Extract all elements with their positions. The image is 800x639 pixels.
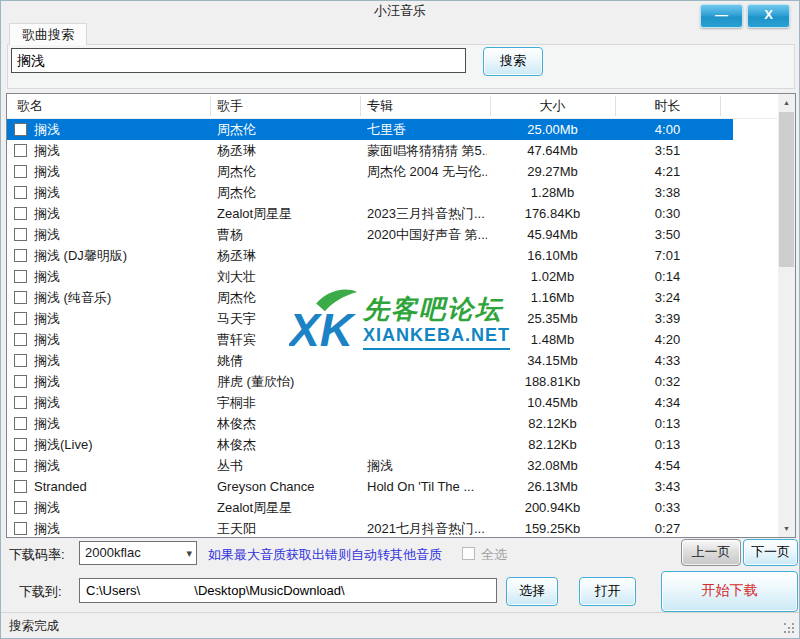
table-row[interactable]: 搁浅 曹轩宾 1.48Mb 4:20 — [7, 329, 778, 350]
cell-album: Hold On 'Til The ... — [367, 476, 487, 497]
cell-song-name: 搁浅 — [34, 455, 206, 476]
cell-artist: 杨丞琳 — [217, 245, 362, 266]
table-row[interactable]: 搁浅 王天阳 2021七月抖音热门... 159.25Kb 0:27 — [7, 518, 778, 537]
row-checkbox[interactable] — [14, 186, 27, 199]
cell-artist: 曹杨 — [217, 224, 362, 245]
bitrate-select[interactable]: 2000kflac ▾ — [79, 541, 197, 565]
cell-album — [367, 308, 487, 329]
column-header-artist[interactable]: 歌手 — [217, 94, 243, 118]
cell-song-name: 搁浅 — [34, 182, 206, 203]
row-checkbox[interactable] — [14, 480, 27, 493]
download-path-input[interactable] — [79, 578, 497, 603]
row-checkbox[interactable] — [14, 228, 27, 241]
row-checkbox[interactable] — [14, 312, 27, 325]
cell-album: 七里香 — [367, 119, 487, 140]
close-button[interactable]: X — [747, 4, 790, 28]
table-row[interactable]: 搁浅 曹杨 2020中国好声音 第... 45.94Mb 3:50 — [7, 224, 778, 245]
minimize-icon: — — [715, 7, 728, 22]
open-folder-button[interactable]: 打开 — [579, 577, 636, 606]
cell-album — [367, 371, 487, 392]
cell-album: 2021七月抖音热门... — [367, 518, 487, 537]
table-row[interactable]: 搁浅 胖虎 (董欣怡) 188.81Kb 0:32 — [7, 371, 778, 392]
scroll-up-icon[interactable]: ▲ — [778, 94, 795, 111]
column-header-duration[interactable]: 时长 — [615, 94, 720, 118]
choose-folder-button[interactable]: 选择 — [506, 577, 558, 606]
row-checkbox[interactable] — [14, 144, 27, 157]
previous-page-button[interactable]: 上一页 — [681, 539, 741, 566]
column-header-name[interactable]: 歌名 — [17, 94, 43, 118]
scroll-down-icon[interactable]: ▼ — [778, 520, 795, 537]
cell-artist: 杨丞琳 — [217, 140, 362, 161]
cell-size: 29.27Mb — [490, 161, 615, 182]
cell-duration: 4:33 — [615, 350, 720, 371]
cell-duration: 4:00 — [615, 119, 720, 140]
cell-artist: 丛书 — [217, 455, 362, 476]
select-all-checkbox[interactable] — [462, 547, 475, 560]
cell-artist: 周杰伦 — [217, 119, 362, 140]
row-checkbox[interactable] — [14, 333, 27, 346]
cell-duration: 4:21 — [615, 161, 720, 182]
table-row[interactable]: 搁浅 马天宇 25.35Mb 3:39 — [7, 308, 778, 329]
column-header-album[interactable]: 专辑 — [367, 94, 393, 118]
column-header-size[interactable]: 大小 — [490, 94, 615, 118]
cell-duration: 4:54 — [615, 455, 720, 476]
row-checkbox[interactable] — [14, 459, 27, 472]
cell-artist: 曹轩宾 — [217, 329, 362, 350]
row-checkbox[interactable] — [14, 270, 27, 283]
download-path-label: 下载到: — [19, 583, 62, 601]
row-checkbox[interactable] — [14, 165, 27, 178]
row-checkbox[interactable] — [14, 522, 27, 535]
cell-artist: Zealot周星星 — [217, 203, 362, 224]
table-row[interactable]: 搁浅 周杰伦 七里香 25.00Mb 4:00 — [7, 119, 733, 140]
row-checkbox[interactable] — [14, 249, 27, 262]
header-separator — [490, 96, 491, 116]
row-checkbox[interactable] — [14, 354, 27, 367]
row-checkbox[interactable] — [14, 207, 27, 220]
table-row[interactable]: 搁浅 (纯音乐) 周杰伦 1.16Mb 3:24 — [7, 287, 778, 308]
table-row[interactable]: 搁浅 Zealot周星星 200.94Kb 0:33 — [7, 497, 778, 518]
row-checkbox[interactable] — [14, 375, 27, 388]
table-row[interactable]: 搁浅 刘大壮 1.02Mb 0:14 — [7, 266, 778, 287]
table-row[interactable]: 搁浅 宇桐非 10.45Mb 4:34 — [7, 392, 778, 413]
table-row[interactable]: 搁浅 周杰伦 周杰伦 2004 无与伦... 29.27Mb 4:21 — [7, 161, 778, 182]
cell-artist: 宇桐非 — [217, 392, 362, 413]
cell-artist: 周杰伦 — [217, 161, 362, 182]
table-row[interactable]: 搁浅 周杰伦 1.28Mb 3:38 — [7, 182, 778, 203]
app-window: { "window": { "title": "小汪音乐" }, "icons"… — [0, 0, 800, 639]
cell-album — [367, 350, 487, 371]
cell-artist: 林俊杰 — [217, 413, 362, 434]
resize-grip[interactable] — [784, 623, 794, 633]
cell-album — [367, 434, 487, 455]
start-download-button[interactable]: 开始下载 — [661, 571, 798, 612]
vertical-scrollbar[interactable]: ▲ ▼ — [778, 94, 795, 537]
cell-size: 1.48Mb — [490, 329, 615, 350]
row-checkbox[interactable] — [14, 501, 27, 514]
table-row[interactable]: 搁浅 姚倩 34.15Mb 4:33 — [7, 350, 778, 371]
tab-song-search[interactable]: 歌曲搜索 — [9, 23, 87, 45]
row-checkbox[interactable] — [14, 396, 27, 409]
quality-hint-text: 如果最大音质获取出错则自动转其他音质 — [208, 546, 442, 564]
table-row[interactable]: 搁浅 林俊杰 82.12Kb 0:13 — [7, 413, 778, 434]
row-checkbox[interactable] — [14, 123, 27, 136]
minimize-button[interactable]: — — [700, 4, 743, 28]
table-row[interactable]: Stranded Greyson Chance Hold On 'Til The… — [7, 476, 778, 497]
row-checkbox[interactable] — [14, 417, 27, 430]
search-input[interactable] — [11, 48, 466, 73]
table-row[interactable]: 搁浅 丛书 搁浅 32.08Mb 4:54 — [7, 455, 778, 476]
cell-duration: 3:50 — [615, 224, 720, 245]
cell-song-name: 搁浅 — [34, 203, 206, 224]
next-page-button[interactable]: 下一页 — [743, 539, 798, 566]
table-row[interactable]: 搁浅 杨丞琳 蒙面唱将猜猜猜 第5... 47.64Mb 3:51 — [7, 140, 778, 161]
cell-album — [367, 182, 487, 203]
table-row[interactable]: 搁浅 Zealot周星星 2023三月抖音热门... 176.84Kb 0:30 — [7, 203, 778, 224]
table-row[interactable]: 搁浅 (DJ馨明版) 杨丞琳 16.10Mb 7:01 — [7, 245, 778, 266]
row-checkbox[interactable] — [14, 291, 27, 304]
cell-size: 34.15Mb — [490, 350, 615, 371]
search-button[interactable]: 搜索 — [483, 47, 543, 76]
select-all-label: 全选 — [481, 546, 507, 564]
scrollbar-thumb[interactable] — [779, 112, 794, 267]
table-row[interactable]: 搁浅(Live) 林俊杰 82.12Kb 0:13 — [7, 434, 778, 455]
cell-album — [367, 287, 487, 308]
cell-duration: 3:43 — [615, 476, 720, 497]
row-checkbox[interactable] — [14, 438, 27, 451]
